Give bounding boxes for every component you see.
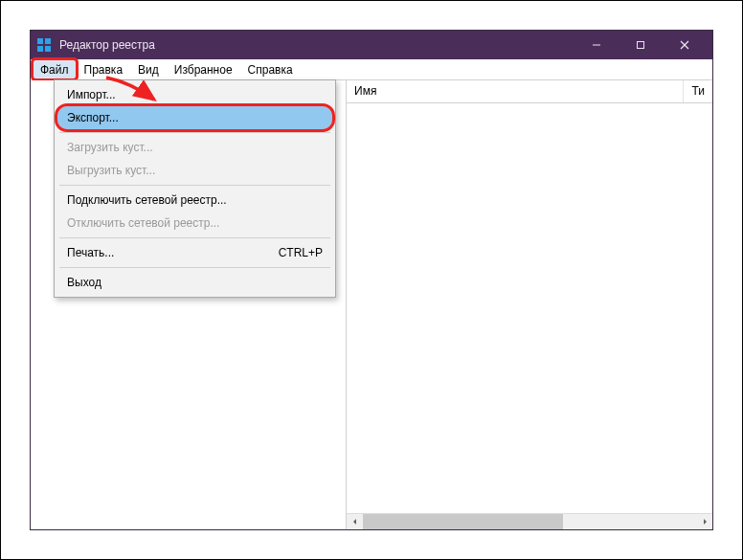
scroll-right-icon[interactable] [696, 514, 712, 529]
menu-item-import-label: Импорт... [67, 88, 323, 101]
menu-separator [59, 237, 330, 238]
svg-rect-0 [37, 38, 43, 44]
svg-marker-9 [704, 519, 707, 525]
menu-item-disconnect-network-label: Отключить сетевой реестр... [67, 216, 323, 230]
menu-separator [59, 267, 330, 268]
menu-item-unload-hive-label: Выгрузить куст... [67, 164, 323, 177]
menu-item-disconnect-network: Отключить сетевой реестр... [57, 212, 332, 235]
col-type[interactable]: Ти [684, 80, 712, 102]
menu-view-label: Вид [138, 63, 159, 77]
menu-file[interactable]: Файл [33, 59, 77, 79]
menu-item-exit[interactable]: Выход [57, 271, 332, 294]
close-button[interactable] [663, 31, 707, 59]
menu-item-connect-network-label: Подключить сетевой реестр... [67, 193, 323, 207]
scroll-thumb[interactable] [363, 514, 563, 529]
menubar: Файл Правка Вид Избранное Справка [31, 59, 712, 80]
menu-edit-label: Правка [84, 63, 124, 77]
menu-item-load-hive-label: Загрузить куст... [67, 141, 323, 154]
menu-item-print-accel: CTRL+P [279, 246, 323, 259]
scroll-left-icon[interactable] [347, 514, 363, 529]
minimize-button[interactable] [574, 31, 619, 59]
menu-item-print-label: Печать... [67, 246, 279, 259]
svg-rect-3 [45, 46, 51, 52]
menu-favorites-label: Избранное [174, 63, 233, 77]
svg-rect-2 [37, 46, 43, 52]
menu-item-connect-network[interactable]: Подключить сетевой реестр... [57, 189, 332, 212]
scroll-track[interactable] [363, 514, 696, 529]
window-title: Редактор реестра [59, 38, 155, 52]
menu-item-import[interactable]: Импорт... [57, 83, 332, 106]
svg-rect-1 [45, 38, 51, 44]
col-name[interactable]: Имя [347, 80, 684, 102]
menu-item-exit-label: Выход [67, 276, 323, 289]
list-pane: Имя Ти [347, 80, 712, 529]
menu-view[interactable]: Вид [130, 59, 167, 79]
menu-file-label: Файл [40, 63, 69, 77]
menu-help[interactable]: Справка [240, 59, 301, 79]
titlebar[interactable]: Редактор реестра [31, 31, 712, 59]
menu-item-export-label: Экспорт... [67, 111, 323, 124]
menu-item-load-hive: Загрузить куст... [57, 136, 332, 159]
svg-marker-8 [353, 519, 356, 525]
horizontal-scrollbar[interactable] [347, 513, 712, 529]
menu-edit[interactable]: Правка [77, 59, 131, 79]
menu-item-unload-hive: Выгрузить куст... [57, 159, 332, 182]
menu-separator [59, 132, 330, 133]
list-header: Имя Ти [347, 80, 712, 103]
menu-favorites[interactable]: Избранное [167, 59, 240, 79]
maximize-button[interactable] [619, 31, 663, 59]
svg-rect-5 [638, 42, 644, 49]
menu-separator [59, 185, 330, 186]
menu-item-print[interactable]: Печать... CTRL+P [57, 241, 332, 264]
list-body[interactable] [347, 103, 712, 513]
app-icon [36, 37, 52, 53]
menu-item-export[interactable]: Экспорт... [57, 106, 332, 129]
menu-help-label: Справка [248, 63, 293, 77]
file-menu-dropdown: Импорт... Экспорт... Загрузить куст... В… [54, 79, 336, 298]
